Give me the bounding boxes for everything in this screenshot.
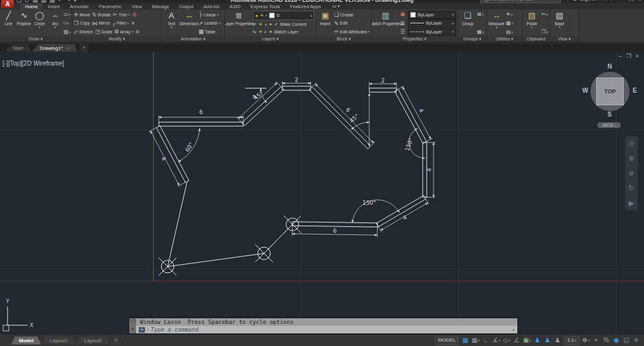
viewcube-north[interactable]: N — [607, 63, 612, 70]
help-icon[interactable]: ? — [610, 0, 612, 2]
drawing-area[interactable]: 464262444660°45°45°150°150°YX [-][Top][2… — [0, 52, 644, 335]
user-icon[interactable]: ☻ — [572, 0, 577, 2]
layout-tab-layout1[interactable]: Layout1 — [42, 337, 75, 345]
layer-combo[interactable]: ●☀▪0▾ — [253, 11, 314, 20]
showmotion-icon[interactable]: ▶ — [629, 200, 634, 207]
layout-tab-layout2[interactable]: Layout2 — [77, 337, 110, 345]
annotation-monitor-icon[interactable]: ♟ — [554, 337, 561, 345]
isometric-drafting-icon[interactable]: ◇▾ — [503, 337, 510, 345]
layer-freeze-icon[interactable]: ◑ — [264, 22, 267, 26]
command-line-dock[interactable]: ⠿⠿ × Window Lasso Press Spacebar to cycl… — [129, 318, 517, 333]
search-icon[interactable]: ⌕ — [567, 0, 570, 2]
match-properties-button[interactable]: ▥Match Properties — [373, 10, 398, 36]
window-minimize-button[interactable]: – — [621, 0, 624, 3]
insert-button[interactable]: ▣Insert — [318, 10, 333, 36]
clean-screen-icon[interactable]: ◱ — [623, 337, 630, 345]
command-close-icon[interactable]: × — [131, 326, 134, 332]
layout-tab-model[interactable]: Model — [11, 337, 41, 345]
object-color-combo[interactable]: ByLayer▾ — [408, 11, 456, 19]
rotate-button[interactable]: ↻Rotate — [92, 11, 111, 18]
tab-insert[interactable]: Insert — [43, 3, 65, 9]
panel-title-properties[interactable]: Properties ▾ — [372, 36, 457, 42]
arc-button[interactable]: ⌢Arc▾ — [48, 10, 62, 36]
ellipse-button[interactable]: ○▾ — [64, 20, 71, 26]
tab-view[interactable]: View — [127, 3, 147, 9]
tab-annotate[interactable]: Annotate — [65, 3, 94, 9]
autoscale-icon[interactable]: ♟ — [544, 337, 551, 345]
base-button[interactable]: ▧Base▾ — [551, 10, 568, 36]
linetype-icon[interactable]: ☰ — [400, 28, 406, 35]
tab-home[interactable]: Home — [20, 3, 43, 9]
command-scroll-up-icon[interactable]: ▴ — [512, 327, 515, 332]
panel-title-block[interactable]: Block ▾ — [316, 36, 371, 42]
dimension-button[interactable]: ↔Dimension — [181, 10, 197, 36]
annotation-scale-button[interactable]: 1:1▾ — [564, 336, 580, 345]
ribbon-display-toggle-icon[interactable]: ▭ ▾ — [332, 3, 340, 9]
hatch-button[interactable]: ▨▾ — [64, 28, 71, 35]
exchange-apps-icon[interactable]: ✦ — [603, 0, 607, 2]
navigation-wheel-icon[interactable]: ◎ — [628, 140, 635, 147]
linetype-combo[interactable]: ByLayer▾ — [408, 28, 456, 36]
command-input[interactable]: » ▾ Type a command ▴ — [136, 326, 517, 333]
array-button[interactable]: ⊞Array▾ — [114, 28, 133, 35]
customization-icon[interactable]: ≡ — [633, 337, 640, 345]
trim-button[interactable]: ✂Trim▾ — [113, 11, 130, 18]
cut-icon[interactable]: ✂▾ — [541, 11, 548, 18]
object-snap-icon[interactable]: ▣▾ — [523, 337, 531, 345]
viewcube-west[interactable]: W — [582, 87, 588, 94]
signin-label[interactable]: Sign In — [580, 0, 596, 2]
zoom-icon[interactable]: ⌀ — [630, 170, 634, 176]
layer-half-icon[interactable]: ◐ — [264, 30, 267, 34]
id-point-button[interactable]: ✛▾ — [506, 11, 513, 18]
panel-title-draw[interactable]: Draw ▾ — [0, 36, 72, 42]
linear-dimension-button[interactable]: ├Linear▾ — [198, 11, 219, 18]
panel-title-view[interactable]: View ▾ — [550, 36, 578, 42]
pan-icon[interactable]: ⊕ — [628, 155, 634, 162]
scale-button[interactable]: ◳Scale — [95, 28, 113, 35]
file-tab-start[interactable]: Start — [5, 44, 31, 52]
lineweight-combo[interactable]: ByLayer▾ — [408, 19, 456, 27]
navigation-bar[interactable]: ◎⊕⌀↻▶ — [625, 136, 638, 210]
layer-star-icon[interactable]: ✦ — [268, 30, 272, 35]
close-icon[interactable]: × — [67, 45, 70, 51]
viewport-restore-button[interactable]: ❐ — [626, 53, 631, 59]
file-tab-drawing1[interactable]: Drawing1*× — [32, 44, 78, 52]
stretch-button[interactable]: ▱Stretch — [74, 28, 93, 35]
offset-button[interactable]: ≋ — [135, 28, 140, 35]
leader-button[interactable]: ↗Leader▾ — [198, 20, 221, 26]
make-current-button[interactable]: Make Current — [280, 22, 306, 26]
window-restore-button[interactable]: ❐ — [629, 0, 634, 3]
command-dock-grip[interactable]: ⠿⠿ × — [129, 318, 136, 333]
tab-a360[interactable]: A360 — [224, 3, 246, 9]
tab-add-ins[interactable]: Add-ins — [198, 3, 224, 9]
layer-restore-icon[interactable]: ⇆ — [253, 30, 256, 35]
tab-featured-apps[interactable]: Featured Apps — [285, 3, 326, 9]
viewcube[interactable]: TOP N S W E WCS ▾ — [585, 63, 635, 131]
mirror-button[interactable]: ⋈Mirror — [92, 20, 110, 26]
match-layer-button[interactable]: Match Layer — [274, 30, 299, 34]
viewcube-east[interactable]: E — [633, 87, 637, 94]
group-edit-button[interactable]: ▦▾ — [477, 28, 484, 35]
layer-isolate-icon[interactable]: ☀ — [258, 22, 262, 27]
viewport-close-button[interactable]: × — [636, 53, 639, 59]
wcs-dropdown[interactable]: WCS ▾ — [597, 122, 621, 128]
rectangle-button[interactable]: ▭▾ — [64, 11, 71, 18]
new-drawing-button[interactable]: + — [79, 44, 88, 52]
orbit-icon[interactable]: ↻ — [628, 185, 634, 192]
list-button[interactable]: ▤▾ — [506, 28, 513, 35]
viewcube-south[interactable]: S — [607, 111, 612, 118]
viewcube-top-face[interactable]: TOP — [596, 78, 624, 105]
fillet-button[interactable]: ╭Fillet▾ — [112, 20, 129, 26]
layer-properties-button[interactable]: ≣Layer Properties — [226, 10, 251, 36]
polar-tracking-icon[interactable]: ∡▾ — [492, 337, 500, 345]
erase-button[interactable]: ⊘ — [132, 11, 136, 18]
recent-commands-icon[interactable]: » — [139, 327, 145, 333]
circle-button[interactable]: ◯Circle▾ — [32, 10, 47, 36]
annotation-visibility-icon[interactable]: ♟ — [534, 337, 541, 345]
quick-calc-button[interactable]: ▦▾ — [506, 20, 513, 26]
tab-manage[interactable]: Manage — [147, 3, 174, 9]
add-scales-icon[interactable]: + — [592, 337, 600, 345]
tab-parametric[interactable]: Parametric — [94, 3, 127, 9]
workspace-switching-icon[interactable]: ☸▾ — [582, 337, 590, 345]
ungroup-button[interactable]: ⊠▾ — [477, 11, 484, 18]
